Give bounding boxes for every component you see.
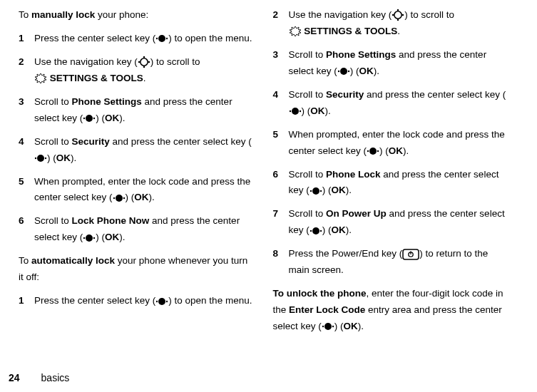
step-body: When prompted, enter the lock code and p… [289,127,508,160]
step-body: Press the Power/End key () to return to … [289,246,508,279]
center-select-key-icon [113,192,126,205]
text: ). [149,192,155,202]
text: ) ( [379,145,389,156]
center-select-key-icon [289,105,302,118]
step-body: Scroll to On Power Up and press the cent… [289,206,508,239]
text: ). [119,113,125,123]
text: ). [119,232,125,242]
power-end-key-icon [402,249,419,260]
text: ) to scroll to [150,56,200,67]
manual-lock-intro: To manually lock your phone: [19,7,253,24]
text: Press the center select key ( [34,33,155,43]
right-column: 2 Use the navigation key () to scroll to… [263,7,518,365]
text: ). [325,105,331,116]
text: Press the Power/End key ( [289,248,403,259]
label-ok: OK [105,113,119,123]
step-number: 4 [19,134,34,167]
step-number: 2 [273,7,289,40]
text: . [397,26,400,36]
settings-tools-icon [34,72,47,85]
text: Scroll to [289,89,327,100]
step: 2 Use the navigation key () to scroll to… [273,7,508,40]
step: 6 Scroll to Lock Phone Now and press the… [19,213,253,246]
label-security: Security [72,136,110,147]
label-ok: OK [332,185,346,195]
text: Scroll to [34,96,72,107]
label-settings-tools: SETTINGS & TOOLS [304,26,397,36]
label-security: Security [326,89,364,100]
text: ) ( [334,321,344,331]
label-ok: OK [134,192,148,202]
step: 5 When prompted, enter the lock code and… [19,174,253,207]
section-name: basics [41,370,70,387]
navigation-key-icon [392,9,404,21]
text: ) ( [322,185,332,195]
label-phone-settings: Phone Settings [326,49,396,60]
text-bold: To unlock the phone [273,288,367,299]
label-settings-tools: SETTINGS & TOOLS [50,73,143,83]
step-body: Scroll to Phone Settings and press the c… [34,94,253,127]
text: ) to open the menu. [168,295,252,306]
label-phone-lock: Phone Lock [326,169,381,180]
unlock-paragraph: To unlock the phone, enter the four-digi… [273,286,508,335]
text: . [143,73,146,83]
center-select-key-icon [34,152,47,165]
page-body: To manually lock your phone: 1 Press the… [0,0,537,365]
center-select-key-icon [83,112,96,125]
label-ok: OK [389,145,403,156]
text: ) ( [96,113,105,123]
step: 3 Scroll to Phone Settings and press the… [273,47,508,80]
label-ok: OK [310,105,324,116]
step-number: 6 [273,167,289,200]
manual-lock-steps: 1 Press the center select key () to open… [19,31,253,246]
label-ok: OK [105,232,119,242]
text-bold: manually lock [31,9,95,20]
navigation-key-icon [138,56,150,68]
step-body: Scroll to Phone Lock and press the cente… [289,167,508,200]
center-select-key-icon [337,65,350,78]
step-body: Use the navigation key () to scroll to S… [34,54,253,87]
text: ). [346,185,352,195]
step-body: Use the navigation key () to scroll to S… [289,7,508,40]
text-bold: automatically lock [31,255,115,266]
page-footer: 24 basics [0,365,537,392]
text: ). [346,225,352,235]
left-column: To manually lock your phone: 1 Press the… [9,7,263,365]
step: 6 Scroll to Phone Lock and press the cen… [273,167,508,200]
center-select-key-icon [83,232,96,244]
text: your phone: [95,9,148,20]
step: 5 When prompted, enter the lock code and… [273,127,508,160]
text: and press the center select key ( [364,89,506,100]
label-ok: OK [359,66,374,76]
text: Scroll to [34,136,72,147]
step: 2 Use the navigation key () to scroll to… [19,54,253,87]
text: Scroll to [289,49,327,60]
auto-lock-intro: To automatically lock your phone wheneve… [19,253,253,286]
center-select-key-icon [367,145,379,158]
step-body: Press the center select key () to open t… [34,293,253,309]
step-body: Press the center select key () to open t… [34,31,253,47]
center-select-key-icon [322,320,334,333]
text: ). [358,321,364,331]
step-number: 6 [19,213,34,246]
text: To [19,255,31,266]
settings-tools-icon [289,25,302,38]
text: Scroll to [289,208,327,219]
text: ). [374,66,379,76]
step-number: 5 [273,127,289,160]
label-phone-settings: Phone Settings [72,96,142,107]
step-number: 3 [19,94,34,127]
auto-lock-steps-cont: 2 Use the navigation key () to scroll to… [273,7,508,279]
label-enter-lock-code: Enter Lock Code [289,304,365,315]
step-body: When prompted, enter the lock code and p… [34,174,253,207]
center-select-key-icon [155,32,168,45]
step-number: 8 [273,246,289,279]
text: ). [403,145,409,156]
step: 1 Press the center select key () to open… [19,293,253,309]
text: Use the navigation key ( [289,9,392,20]
step: 8 Press the Power/End key () to return t… [273,246,508,279]
step-number: 1 [19,31,34,47]
step-number: 7 [273,206,289,239]
step-number: 2 [19,54,34,87]
center-select-key-icon [155,295,168,308]
